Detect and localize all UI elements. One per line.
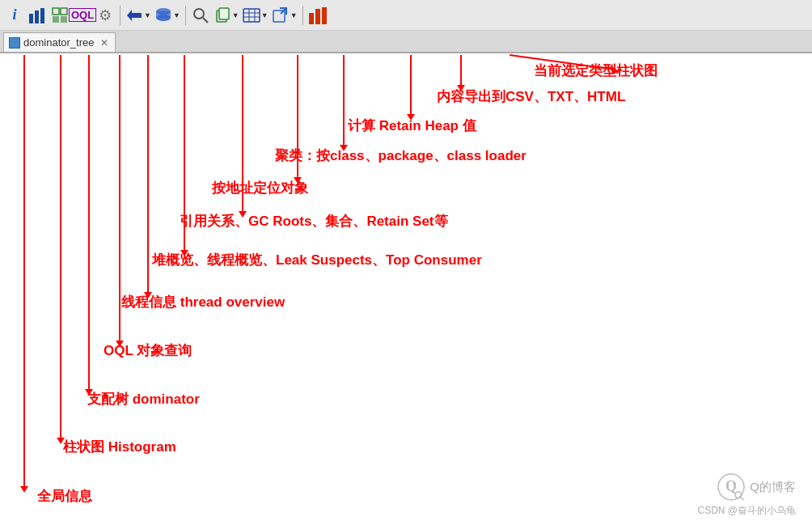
- ann-oql: OQL 对象查询: [104, 341, 192, 360]
- ann-chart-type: 当前选定类型柱状图: [534, 61, 658, 80]
- svg-rect-15: [219, 8, 229, 19]
- svg-rect-0: [29, 14, 33, 23]
- svg-rect-8: [132, 13, 142, 18]
- chart-type-icon[interactable]: [308, 6, 328, 25]
- ann-cluster: 聚类：按class、package、class loader: [275, 146, 527, 165]
- svg-marker-27: [20, 486, 28, 493]
- ann-global: 全局信息: [37, 487, 92, 506]
- grid-icon[interactable]: [50, 6, 70, 25]
- svg-text:Q: Q: [725, 478, 737, 494]
- ann-dominator: 支配树 dominator: [87, 390, 200, 408]
- svg-rect-23: [309, 13, 314, 24]
- ann-histogram: 柱状图 Histogram: [63, 438, 176, 456]
- watermark-blog-text: Q的博客: [750, 480, 796, 495]
- svg-rect-3: [53, 8, 59, 15]
- svg-rect-16: [243, 9, 260, 22]
- ann-thread: 线程信息 thread overview: [121, 293, 285, 311]
- search-icon[interactable]: [191, 6, 210, 25]
- watermark-logo-svg: Q: [717, 473, 745, 501]
- svg-line-53: [741, 497, 744, 500]
- svg-point-12: [194, 9, 204, 19]
- svg-rect-5: [53, 16, 59, 23]
- export-button[interactable]: ▼: [272, 7, 298, 23]
- info-icon[interactable]: i: [5, 6, 24, 25]
- watermark: Q Q的博客 CSDN @奋斗的小乌龟: [697, 473, 796, 518]
- svg-rect-4: [61, 8, 67, 15]
- oql-icon[interactable]: OQL: [73, 6, 92, 25]
- svg-point-11: [156, 15, 171, 21]
- ann-retain: 计算 Retain Heap 值: [348, 116, 476, 135]
- tabbar: dominator_tree ✕: [0, 31, 812, 53]
- tab-label: dominator_tree: [23, 36, 94, 49]
- svg-marker-7: [127, 10, 132, 21]
- nav-back-button[interactable]: ▼: [125, 7, 151, 23]
- svg-rect-2: [40, 8, 44, 23]
- sep1: [120, 6, 121, 25]
- sep3: [302, 6, 303, 25]
- gear-icon[interactable]: ⚙: [95, 6, 115, 25]
- ann-export: 内容导出到CSV、TXT、HTML: [437, 87, 625, 106]
- svg-rect-25: [322, 7, 327, 24]
- svg-line-13: [203, 18, 208, 23]
- db-settings-button[interactable]: ▼: [154, 7, 180, 23]
- ann-refs: 引用关系、GC Roots、集合、Retain Set等: [180, 212, 448, 231]
- ann-locate: 按地址定位对象: [212, 179, 308, 197]
- copy-button[interactable]: ▼: [214, 7, 239, 23]
- svg-rect-6: [61, 16, 67, 23]
- main-content: 当前选定类型柱状图 内容导出到CSV、TXT、HTML 计算 Retain He…: [0, 53, 812, 529]
- svg-rect-1: [35, 11, 39, 23]
- tab-icon: [9, 37, 20, 49]
- svg-rect-24: [315, 9, 320, 24]
- tab-close-button[interactable]: ✕: [100, 37, 108, 49]
- sep2: [185, 6, 186, 25]
- dominator-tree-tab[interactable]: dominator_tree ✕: [3, 32, 116, 52]
- histogram-icon[interactable]: [27, 6, 47, 25]
- toolbar: i OQL ⚙ ▼: [0, 0, 812, 31]
- table-button[interactable]: ▼: [243, 7, 269, 23]
- ann-reports: 堆概览、线程概览、Leak Suspects、Top Consumer: [152, 251, 482, 269]
- watermark-csdn-text: CSDN @奋斗的小乌龟: [697, 504, 796, 518]
